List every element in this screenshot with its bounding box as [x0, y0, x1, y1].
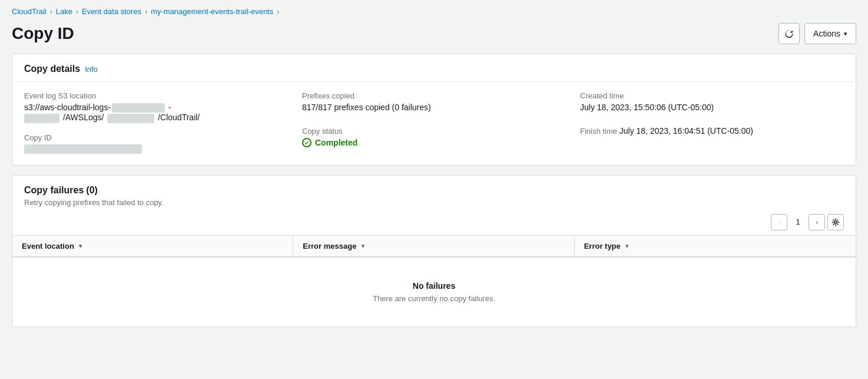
finish-time-group: Finish time July 18, 2023, 16:04:51 (UTC…: [580, 126, 844, 136]
copy-failures-panel: Copy failures (0) Retry copying prefixes…: [12, 175, 856, 327]
actions-caret-icon: ▾: [844, 30, 847, 38]
prefixes-copied-value: 817/817 prefixes copied (0 failures): [302, 103, 566, 112]
copy-status-label: Copy status: [302, 127, 343, 136]
copy-details-grid: Event log S3 location s3://aws-cloudtrai…: [12, 82, 856, 165]
actions-button[interactable]: Actions ▾: [804, 23, 856, 44]
actions-label: Actions: [813, 29, 840, 38]
page-header: Copy ID Actions ▾: [0, 21, 868, 54]
created-time-label: Created time: [580, 91, 844, 100]
refresh-icon: [784, 29, 794, 38]
breadcrumb: CloudTrail › Lake › Event data stores › …: [0, 0, 868, 21]
copy-id-group: Copy ID: [24, 133, 288, 156]
settings-icon: [831, 218, 840, 226]
breadcrumb-lake[interactable]: Lake: [56, 7, 72, 16]
page-wrapper: CloudTrail › Lake › Event data stores › …: [0, 0, 868, 379]
breadcrumb-sep-4: ›: [277, 8, 279, 16]
page-title: Copy ID: [12, 24, 74, 43]
event-log-s3-redacted3: [107, 114, 154, 123]
event-log-group: Event log S3 location s3://aws-cloudtrai…: [24, 91, 288, 156]
col-header-event-location[interactable]: Event location ▼: [12, 236, 293, 256]
created-time-value: July 18, 2023, 15:50:06 (UTC-05:00): [580, 103, 844, 112]
pagination-current-page: 1: [790, 214, 806, 230]
prefixes-group: Prefixes copied 817/817 prefixes copied …: [302, 91, 566, 156]
prefixes-copied-label: Prefixes copied: [302, 91, 566, 100]
copy-id-value: [24, 144, 142, 154]
sort-icon-event-location: ▼: [78, 243, 84, 249]
finish-time-label: Finish time: [580, 127, 617, 136]
event-log-s3-redacted2: [24, 114, 59, 123]
empty-desc: There are currently no copy failures.: [24, 294, 844, 303]
pagination-prev-button[interactable]: ‹: [771, 214, 787, 230]
col-error-message-label: Error message: [303, 242, 356, 251]
header-actions: Actions ▾: [778, 23, 856, 44]
col-error-type-label: Error type: [584, 242, 621, 251]
sort-icon-error-type: ▼: [624, 243, 630, 249]
event-log-s3-prefix: s3://aws-cloudtrail-logs-: [24, 103, 111, 112]
col-event-location-label: Event location: [22, 242, 74, 251]
failures-subtitle: Retry copying prefixes that failed to co…: [24, 198, 844, 207]
svg-point-0: [834, 221, 837, 223]
empty-state: No failures There are currently no copy …: [12, 258, 856, 327]
pagination-bar: ‹ 1 ›: [12, 209, 856, 235]
status-check-icon: ✓: [302, 138, 312, 147]
breadcrumb-cloudtrail[interactable]: CloudTrail: [12, 7, 47, 16]
times-group: Created time July 18, 2023, 15:50:06 (UT…: [580, 91, 844, 156]
failures-table: Event location ▼ Error message ▼ Error t…: [12, 235, 856, 327]
failures-header: Copy failures (0) Retry copying prefixes…: [12, 176, 856, 209]
failures-title: Copy failures: [24, 185, 84, 196]
copy-details-panel-header: Copy details Info: [12, 54, 856, 82]
pagination-settings-button[interactable]: [827, 214, 844, 230]
breadcrumb-trail-events[interactable]: my-management-events-trail-events: [151, 7, 273, 16]
empty-title: No failures: [24, 281, 844, 291]
refresh-button[interactable]: [778, 23, 800, 44]
event-log-s3-suffix: /AWSLogs/: [63, 113, 104, 122]
copy-status-text: Completed: [315, 138, 357, 147]
event-log-s3-value: s3://aws-cloudtrail-logs- - /AWSLogs/ /C…: [24, 103, 288, 123]
failures-count: (0): [86, 185, 98, 196]
breadcrumb-sep-2: ›: [76, 8, 78, 16]
copy-status-group: Copy status ✓ Completed: [302, 126, 566, 147]
col-header-error-message[interactable]: Error message ▼: [293, 236, 574, 256]
chevron-right-icon: ›: [816, 218, 818, 226]
breadcrumb-sep-3: ›: [145, 8, 147, 16]
breadcrumb-sep-1: ›: [50, 8, 52, 16]
copy-status-value: ✓ Completed: [302, 138, 566, 147]
event-log-s3-suffix2: /CloudTrail/: [158, 113, 200, 122]
pagination-next-button[interactable]: ›: [809, 214, 825, 230]
copy-details-info-link[interactable]: Info: [85, 65, 98, 74]
copy-details-panel: Copy details Info Event log S3 location …: [12, 54, 856, 166]
col-header-error-type[interactable]: Error type ▼: [575, 236, 856, 256]
table-header-row: Event location ▼ Error message ▼ Error t…: [12, 236, 856, 258]
event-log-s3-redacted1: [112, 103, 165, 113]
copy-id-label: Copy ID: [24, 133, 52, 142]
breadcrumb-event-data-stores[interactable]: Event data stores: [82, 7, 141, 16]
event-log-s3-label: Event log S3 location: [24, 91, 288, 100]
copy-details-title: Copy details: [24, 64, 80, 74]
chevron-left-icon: ‹: [778, 218, 780, 226]
finish-time-value: July 18, 2023, 16:04:51 (UTC-05:00): [619, 126, 753, 136]
sort-icon-error-message: ▼: [360, 243, 366, 249]
event-log-s3-dash: -: [168, 103, 171, 112]
